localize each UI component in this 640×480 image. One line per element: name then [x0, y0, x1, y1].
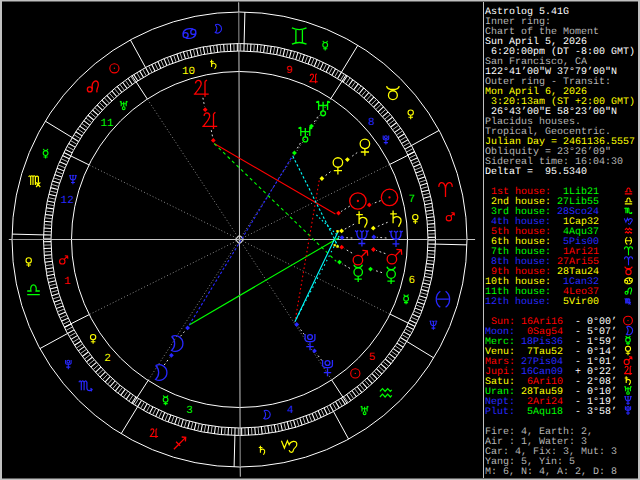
svg-text:12: 12 [61, 195, 74, 207]
svg-text:- 3°58’: - 3°58’ [575, 406, 617, 418]
svg-text:9: 9 [286, 65, 293, 77]
svg-text:7: 7 [408, 194, 415, 206]
svg-text:5Aqu18: 5Aqu18 [521, 407, 563, 418]
svg-text:3: 3 [186, 405, 193, 417]
svg-text:10: 10 [182, 66, 195, 78]
svg-text:11: 11 [100, 118, 114, 130]
svg-text:M: 6, N: 4, A: 2, D: 8: M: 6, N: 4, A: 2, D: 8 [485, 467, 617, 478]
svg-text:12th house:: 12th house: [485, 296, 551, 308]
svg-text:5: 5 [369, 352, 376, 364]
svg-text:8: 8 [368, 117, 375, 129]
svg-text:5Vir00: 5Vir00 [557, 296, 599, 308]
svg-text:1: 1 [64, 276, 71, 288]
svg-text:4: 4 [287, 405, 294, 417]
svg-text:2: 2 [104, 353, 111, 365]
svg-text:DeltaT = 95.5340: DeltaT = 95.5340 [485, 166, 587, 178]
svg-text:6: 6 [408, 275, 415, 287]
svg-text:Plut:: Plut: [485, 406, 515, 418]
